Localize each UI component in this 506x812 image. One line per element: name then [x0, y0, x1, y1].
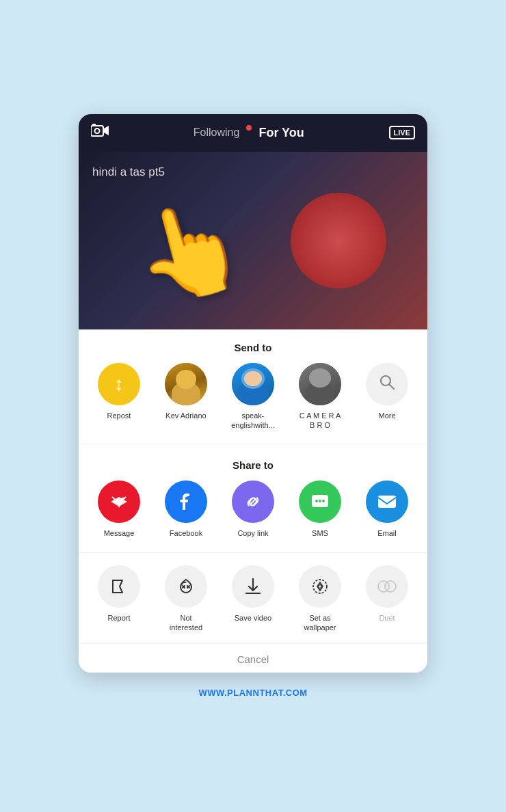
- save-video-label: Save video: [235, 613, 271, 623]
- email-label: Email: [377, 528, 397, 538]
- message-item[interactable]: Message: [92, 481, 146, 538]
- more-label: More: [378, 411, 395, 420]
- report-item[interactable]: Report: [92, 565, 146, 633]
- bottom-sheet: Send to ↕ Repost K: [79, 329, 427, 673]
- phone-container: Following For You LIVE hindi a tas pt5 👆…: [79, 114, 427, 673]
- share-to-row: Message Facebook: [79, 481, 427, 549]
- kev-adriano-avatar: [165, 363, 207, 405]
- not-interested-icon: [165, 565, 207, 608]
- svg-rect-3: [92, 124, 96, 126]
- divider-2: [79, 552, 427, 553]
- more-icon: [366, 363, 408, 405]
- live-badge[interactable]: LIVE: [389, 126, 415, 139]
- repost-item[interactable]: ↕ Repost: [92, 363, 146, 431]
- facebook-icon: [165, 481, 207, 523]
- report-icon: [98, 565, 140, 608]
- following-label[interactable]: Following: [194, 126, 240, 139]
- camera-bro-avatar: [299, 363, 341, 405]
- speak-english-item[interactable]: speak-englishwith...: [226, 363, 280, 431]
- facebook-label: Facebook: [170, 528, 202, 538]
- speak-english-label: speak-englishwith...: [228, 411, 278, 431]
- video-bg-decoration: [291, 193, 386, 288]
- set-as-wallpaper-icon: [299, 565, 341, 608]
- send-to-row: ↕ Repost Kev Adriano: [79, 363, 427, 442]
- svg-point-9: [315, 500, 318, 502]
- duet-label: Duet: [379, 613, 395, 623]
- sms-item[interactable]: SMS: [293, 481, 347, 538]
- header-nav: Following For You: [194, 125, 304, 140]
- camera-bro-label: C A M E R AB R O: [299, 411, 341, 431]
- divider-1: [79, 444, 427, 444]
- report-label: Report: [107, 613, 130, 623]
- duet-item[interactable]: Duet: [360, 565, 414, 633]
- sms-label: SMS: [312, 528, 328, 538]
- not-interested-label: Notinterested: [170, 613, 202, 633]
- kev-adriano-item[interactable]: Kev Adriano: [159, 363, 213, 431]
- svg-rect-12: [378, 496, 396, 508]
- save-video-icon: [232, 565, 274, 608]
- copylink-label: Copy link: [237, 528, 268, 538]
- set-as-wallpaper-label: Set as wallpaper: [295, 613, 345, 633]
- svg-point-11: [322, 500, 325, 502]
- save-video-item[interactable]: Save video: [226, 565, 280, 633]
- set-as-wallpaper-item[interactable]: Set as wallpaper: [293, 565, 347, 633]
- hand-gesture-icon: 👆: [122, 187, 256, 316]
- share-to-title: Share to: [79, 447, 427, 481]
- speak-english-avatar: [232, 363, 274, 405]
- video-area: hindi a tas pt5 👆: [79, 152, 427, 329]
- repost-label: Repost: [107, 411, 131, 420]
- copylink-icon: [232, 481, 274, 523]
- copylink-item[interactable]: Copy link: [226, 481, 280, 538]
- svg-point-10: [319, 500, 321, 502]
- repost-icon: ↕: [98, 363, 140, 405]
- duet-icon: [366, 565, 408, 608]
- message-label: Message: [104, 528, 135, 538]
- message-icon: [98, 481, 140, 523]
- svg-rect-0: [91, 126, 103, 136]
- not-interested-item[interactable]: Notinterested: [159, 565, 213, 633]
- more-item[interactable]: More: [360, 363, 414, 431]
- tiktok-header: Following For You LIVE: [79, 114, 427, 152]
- send-to-title: Send to: [79, 329, 427, 363]
- camera-icon[interactable]: [91, 123, 109, 142]
- svg-point-22: [319, 584, 322, 588]
- camera-bro-item[interactable]: C A M E R AB R O: [293, 363, 347, 431]
- foryou-label[interactable]: For You: [258, 126, 304, 140]
- svg-point-2: [95, 128, 100, 133]
- video-text: hindi a tas pt5: [92, 165, 165, 179]
- cancel-partial-text: Cancel: [237, 653, 269, 665]
- svg-marker-1: [104, 126, 109, 135]
- kev-adriano-label: Kev Adriano: [165, 411, 206, 420]
- live-dot: [246, 125, 252, 131]
- svg-line-5: [390, 384, 395, 389]
- facebook-item[interactable]: Facebook: [159, 481, 213, 538]
- cancel-row: Cancel: [79, 643, 427, 673]
- footer-url: WWW.PLANNTHAT.COM: [198, 688, 307, 698]
- sms-icon: [299, 481, 341, 523]
- actions-row: Report Notinterested: [79, 556, 427, 644]
- svg-point-24: [385, 581, 396, 592]
- email-icon: [366, 481, 408, 523]
- email-item[interactable]: Email: [360, 481, 414, 538]
